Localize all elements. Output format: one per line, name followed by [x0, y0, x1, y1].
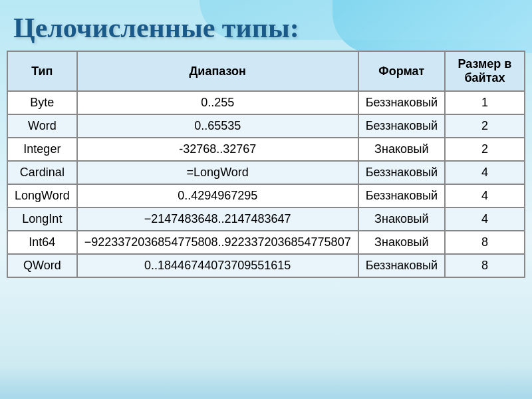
cell-format: Беззнаковый — [358, 91, 445, 114]
table-row: Integer-32768..32767Знаковый2 — [7, 138, 525, 161]
cell-type: QWord — [7, 254, 77, 277]
cell-size: 1 — [445, 91, 525, 114]
cell-format: Беззнаковый — [358, 161, 445, 184]
col-header-type: Тип — [7, 51, 77, 91]
cell-format: Беззнаковый — [358, 254, 445, 277]
cell-range: 0..255 — [77, 91, 358, 114]
cell-size: 4 — [445, 184, 525, 207]
cell-type: Byte — [7, 91, 77, 114]
cell-format: Беззнаковый — [358, 114, 445, 138]
cell-size: 8 — [445, 231, 525, 254]
cell-format: Беззнаковый — [358, 184, 445, 207]
table-row: LongWord0..4294967295Беззнаковый4 — [7, 184, 525, 207]
cell-range: 0..4294967295 — [77, 184, 358, 207]
table-row: LongInt−2147483648..2147483647Знаковый4 — [7, 207, 525, 231]
cell-type: LongInt — [7, 207, 77, 231]
cell-type: LongWord — [7, 184, 77, 207]
col-header-size: Размер в байтах — [445, 51, 525, 91]
table-row: Cardinal=LongWordБеззнаковый4 — [7, 161, 525, 184]
table-row: Int64−9223372036854775808..9223372036854… — [7, 231, 525, 254]
col-header-range: Диапазон — [77, 51, 358, 91]
cell-range: −2147483648..2147483647 — [77, 207, 358, 231]
cell-type: Int64 — [7, 231, 77, 254]
cell-format: Знаковый — [358, 207, 445, 231]
data-table-container: Тип Диапазон Формат Размер в байтах Byte… — [7, 51, 525, 278]
cell-range: 0..18446744073709551615 — [77, 254, 358, 277]
cell-size: 8 — [445, 254, 525, 277]
cell-type: Cardinal — [7, 161, 77, 184]
cell-format: Знаковый — [358, 231, 445, 254]
table-row: Byte0..255Беззнаковый1 — [7, 91, 525, 114]
col-header-format: Формат — [358, 51, 445, 91]
cell-type: Word — [7, 114, 77, 138]
cell-range: 0..65535 — [77, 114, 358, 138]
integer-types-table: Тип Диапазон Формат Размер в байтах Byte… — [7, 51, 525, 278]
cell-size: 4 — [445, 161, 525, 184]
cell-format: Знаковый — [358, 138, 445, 161]
cell-range: -32768..32767 — [77, 138, 358, 161]
page-title: Целочисленные типы: — [0, 0, 532, 51]
cell-range: =LongWord — [77, 161, 358, 184]
cell-type: Integer — [7, 138, 77, 161]
cell-size: 4 — [445, 207, 525, 231]
table-row: Word0..65535Беззнаковый2 — [7, 114, 525, 138]
cell-size: 2 — [445, 114, 525, 138]
cell-size: 2 — [445, 138, 525, 161]
bottom-decoration — [0, 366, 532, 399]
cell-range: −9223372036854775808..922337203685477580… — [77, 231, 358, 254]
table-row: QWord0..18446744073709551615Беззнаковый8 — [7, 254, 525, 277]
